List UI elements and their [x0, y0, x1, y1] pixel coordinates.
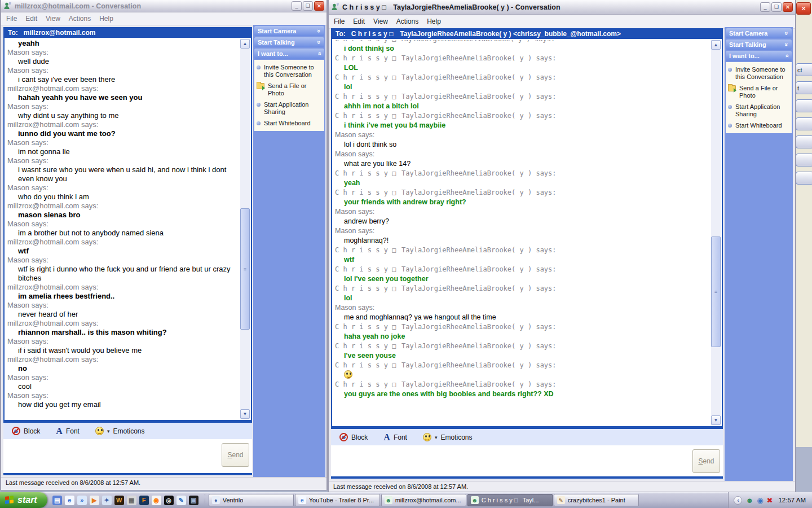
to-label: To:: [336, 30, 346, 38]
scroll-up-icon[interactable]: ▲: [711, 40, 721, 50]
messenger-service-icon[interactable]: »: [77, 496, 87, 505]
media-player-icon[interactable]: ▶: [90, 496, 99, 505]
maximize-button[interactable]: ❏: [771, 2, 782, 12]
close-button[interactable]: ✕: [783, 2, 793, 12]
start-camera-button[interactable]: Start Camera»: [254, 26, 324, 36]
font-button[interactable]: AFont: [56, 427, 80, 435]
tray-alert-icon[interactable]: ✖: [767, 496, 773, 505]
block-button[interactable]: Block: [12, 427, 40, 435]
ventrilo-side-button[interactable]: t: [796, 81, 812, 94]
task-millzrox-conversation[interactable]: ☻ millzrox@hotmail.com...: [381, 494, 466, 506]
i-want-to-header[interactable]: I want to...»: [254, 49, 324, 59]
message-input[interactable]: Send: [331, 445, 723, 479]
start-camera-button[interactable]: Start Camera»: [726, 28, 792, 38]
send-button[interactable]: Send: [692, 449, 720, 473]
taskbar-clock: 12:57 AM: [776, 497, 806, 503]
emoticons-button[interactable]: ▾Emoticons: [423, 433, 473, 441]
scroll-down-icon[interactable]: ▼: [711, 415, 721, 425]
task-chrissy-conversation[interactable]: ☻ C h r i s s y □ Tayl...: [467, 494, 553, 506]
message-text: ahhh im not a bitch lol: [335, 102, 710, 111]
send-button[interactable]: Send: [222, 443, 249, 467]
menu-item[interactable]: Edit: [25, 15, 37, 23]
message-input[interactable]: Send: [3, 439, 252, 475]
ventrilo-side-button[interactable]: [796, 99, 812, 112]
chat-message: Mason says: why didnt u say anything to …: [7, 102, 239, 120]
task-icon: ☻: [471, 496, 479, 504]
ventrilo-side-button[interactable]: [796, 154, 812, 167]
winmx-icon[interactable]: ✦: [102, 496, 112, 505]
ventrilo-close-button[interactable]: ✕: [796, 2, 811, 15]
menu-item[interactable]: Help: [99, 15, 113, 23]
task-paint[interactable]: ✎ crazybitches1 - Paint: [554, 494, 639, 506]
message-text: im a brother but not to anybody named si…: [7, 229, 239, 238]
ventrilo-side-button[interactable]: [796, 135, 812, 148]
pen-icon[interactable]: ✎: [176, 496, 186, 505]
ventrilo-side-button[interactable]: ct: [796, 63, 812, 76]
start-talking-button[interactable]: Start Talking»: [726, 40, 792, 50]
menu-item[interactable]: Actions: [396, 17, 418, 25]
menu-item[interactable]: File: [334, 17, 345, 25]
font-button[interactable]: AFont: [383, 433, 407, 441]
scroll-down-icon[interactable]: ▼: [240, 409, 250, 419]
message-text: i wasnt sure who you were when u said hi…: [7, 165, 239, 183]
chat-message: C h r i s s y □TaylaJorgieRheeAmeliaBroo…: [335, 341, 710, 361]
steam-icon[interactable]: ◎: [164, 496, 174, 505]
menu-item[interactable]: View: [373, 17, 388, 25]
chat-message: C h r i s s y □TaylaJorgieRheeAmeliaBroo…: [335, 92, 710, 111]
tray-collapse-icon[interactable]: ‹: [734, 496, 742, 505]
sidebar-action[interactable]: Start Application Sharing: [257, 101, 322, 115]
message-sender: Mason says:: [7, 256, 239, 265]
left-titlebar[interactable]: millzrox@hotmail.com - Conversation _ ❏ …: [1, 0, 326, 12]
sidebar-action[interactable]: Invite Someone to this Conversation: [728, 66, 789, 80]
i-want-to-header[interactable]: I want to...»: [726, 51, 792, 61]
jail-icon[interactable]: ▦: [127, 496, 136, 505]
task-icon: ♦: [212, 496, 220, 504]
sidebar-action[interactable]: Send a File or Photo: [728, 85, 789, 99]
block-button[interactable]: Block: [339, 433, 368, 441]
sidebar-action[interactable]: Send a File or Photo: [257, 82, 322, 97]
tray-messenger-icon[interactable]: ☻: [745, 496, 753, 505]
dropdown-arrow-icon: ▾: [107, 428, 110, 434]
message-text: lol i dont think so: [335, 140, 710, 150]
chevron-double-down-icon: »: [316, 41, 323, 44]
winamp-icon[interactable]: ◉: [152, 496, 161, 505]
menu-item[interactable]: Edit: [353, 17, 365, 25]
minimize-button[interactable]: _: [760, 2, 770, 12]
ventrilo-side-button[interactable]: [796, 117, 812, 130]
maximize-button[interactable]: ❏: [303, 1, 313, 11]
task-icon: ✎: [557, 496, 565, 504]
minimize-button[interactable]: _: [292, 1, 302, 11]
close-button[interactable]: ✕: [314, 1, 324, 11]
message-text: yeah: [335, 178, 710, 188]
scrollbar-thumb[interactable]: [711, 237, 721, 347]
tray-network-icon[interactable]: ◉: [757, 496, 763, 505]
sidebar-action[interactable]: Start Whiteboard: [257, 120, 322, 127]
menu-item[interactable]: Actions: [69, 15, 91, 23]
firefox-icon[interactable]: F: [139, 496, 149, 505]
scroll-up-icon[interactable]: ▲: [240, 39, 250, 49]
terminal-icon[interactable]: ▣: [189, 496, 198, 505]
menu-item[interactable]: View: [46, 15, 60, 23]
scrollbar-thumb[interactable]: [240, 208, 250, 330]
start-talking-button[interactable]: Start Talking»: [254, 37, 324, 47]
ventrilo-side-button[interactable]: [796, 172, 812, 185]
task-ventrilo[interactable]: ♦ Ventrilo: [209, 494, 294, 506]
sidebar-action[interactable]: Start Whiteboard: [728, 122, 789, 129]
sidebar: Start Camera» Start Talking» I want to..…: [253, 25, 325, 477]
menu-item[interactable]: Help: [427, 17, 441, 25]
start-button[interactable]: start: [0, 492, 47, 508]
menu-item[interactable]: File: [6, 15, 17, 23]
font-icon: A: [56, 427, 63, 435]
chat-scrollbar[interactable]: ▲ ▼: [240, 39, 250, 419]
status-bar: Last message received on 8/6/2008 at 12:…: [329, 481, 795, 492]
sidebar-action[interactable]: Start Application Sharing: [728, 103, 789, 117]
emoticons-button[interactable]: ▾Emoticons: [95, 427, 145, 435]
wow-icon[interactable]: W: [114, 496, 124, 505]
sidebar-action[interactable]: Invite Someone to this Conversation: [257, 64, 322, 78]
internet-explorer-icon[interactable]: e: [65, 496, 74, 505]
right-titlebar[interactable]: C h r i s s y □ TaylaJorgieRheeAmeliaBro…: [329, 0, 795, 15]
chat-scrollbar[interactable]: ▲ ▼: [711, 40, 721, 425]
chat-message: millzrox@hotmail.com says: no: [7, 355, 239, 373]
show-desktop-icon[interactable]: ▤: [52, 496, 62, 505]
task-youtube-ie[interactable]: e YouTube - Trailer 8 Pr...: [295, 494, 380, 506]
